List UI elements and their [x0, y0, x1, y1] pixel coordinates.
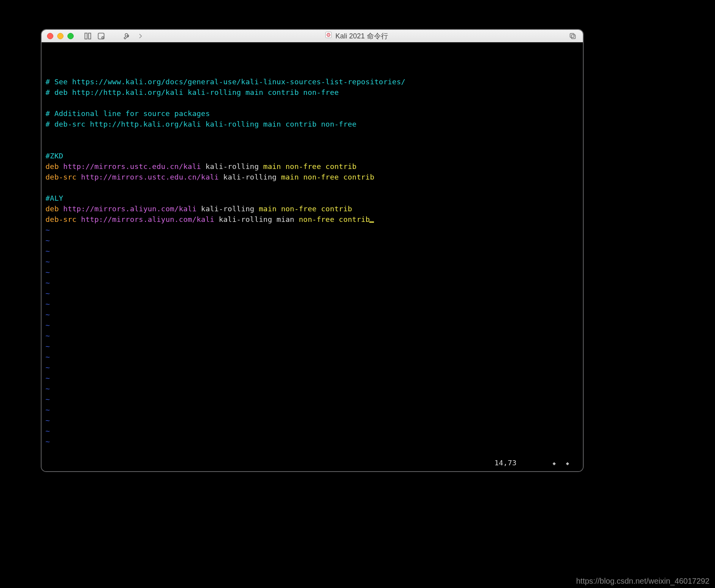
watermark-text: https://blog.csdn.net/weixin_46017292 [576, 577, 710, 586]
panel-icon[interactable] [96, 31, 106, 41]
terminal-line: #ZKD [45, 151, 579, 161]
terminal-line [45, 140, 579, 151]
empty-line-tilde: ~ [45, 341, 579, 352]
terminal-line: deb http://mirrors.aliyun.com/kali kali-… [45, 203, 579, 214]
terminal-line: deb http://mirrors.ustc.edu.cn/kali kali… [45, 161, 579, 172]
empty-line-tilde: ~ [45, 394, 579, 405]
svg-rect-7 [570, 33, 574, 37]
terminal-line: deb-src http://mirrors.ustc.edu.cn/kali … [45, 172, 579, 182]
empty-line-tilde: ~ [45, 278, 579, 288]
svg-rect-2 [98, 33, 104, 39]
maximize-icon[interactable] [67, 33, 74, 39]
svg-rect-8 [572, 34, 575, 38]
terminal-line [45, 129, 579, 140]
empty-line-tilde: ~ [45, 436, 579, 447]
empty-line-tilde: ~ [45, 320, 579, 330]
empty-line-tilde: ~ [45, 225, 579, 235]
window-title: Kali 2021 命令行 [335, 31, 388, 41]
terminal-line: # Additional line for source packages [45, 108, 579, 119]
terminal-viewport[interactable]: # See https://www.kali.org/docs/general-… [42, 42, 583, 471]
app-icon [325, 31, 332, 40]
empty-line-tilde: ~ [45, 235, 579, 246]
titlebar: Kali 2021 命令行 [42, 30, 583, 42]
svg-rect-0 [85, 33, 87, 39]
terminal-line [45, 182, 579, 193]
empty-line-tilde: ~ [45, 267, 579, 278]
terminal-line: #ALY [45, 193, 579, 203]
cursor-position: 14,73 [494, 457, 517, 468]
empty-line-tilde: ~ [45, 288, 579, 299]
window-title-area: Kali 2021 命令行 [149, 31, 564, 41]
svg-rect-1 [89, 33, 91, 39]
terminal-line [45, 98, 579, 108]
empty-line-tilde: ~ [45, 299, 579, 309]
empty-line-tilde: ~ [45, 383, 579, 394]
empty-line-tilde: ~ [45, 405, 579, 415]
minimize-icon[interactable] [57, 33, 64, 39]
cursor [369, 221, 374, 223]
vim-status-bar: 14,73 ⬥ ⬥ [42, 457, 583, 470]
terminal-window: Kali 2021 命令行 # See https://www.kali.org… [41, 29, 584, 472]
duplicate-window-icon[interactable] [568, 31, 577, 41]
columns-icon[interactable] [83, 31, 93, 41]
chevron-right-icon[interactable] [136, 31, 145, 41]
empty-line-tilde: ~ [45, 362, 579, 373]
empty-line-tilde: ~ [45, 330, 579, 341]
empty-line-tilde: ~ [45, 426, 579, 436]
wrench-icon[interactable] [122, 31, 132, 41]
empty-line-tilde: ~ [45, 352, 579, 362]
empty-line-tilde: ~ [45, 373, 579, 383]
svg-point-3 [102, 36, 104, 38]
terminal-line: deb-src http://mirrors.aliyun.com/kali k… [45, 214, 579, 225]
empty-line-tilde: ~ [45, 246, 579, 256]
terminal-line: # deb http://http.kali.org/kali kali-rol… [45, 87, 579, 98]
close-icon[interactable] [47, 33, 53, 39]
empty-line-tilde: ~ [45, 415, 579, 426]
scroll-indicator-icon: ⬥ ⬥ [552, 457, 572, 468]
traffic-lights [47, 33, 74, 39]
terminal-line: # deb-src http://http.kali.org/kali kali… [45, 119, 579, 129]
svg-point-6 [328, 34, 329, 35]
empty-line-tilde: ~ [45, 256, 579, 267]
empty-line-tilde: ~ [45, 309, 579, 320]
terminal-line: # See https://www.kali.org/docs/general-… [45, 76, 579, 87]
